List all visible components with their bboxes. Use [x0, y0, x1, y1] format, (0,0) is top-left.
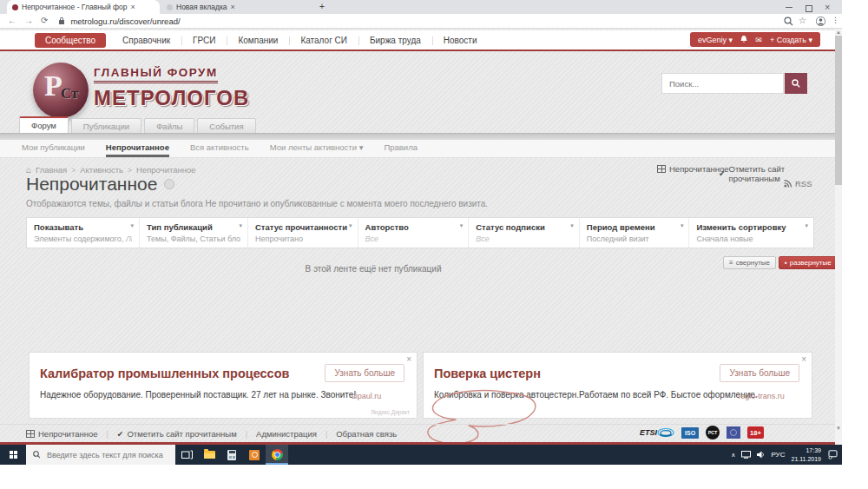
- taskbar-clock[interactable]: 17:39 21.11.2019: [791, 446, 821, 462]
- volume-icon[interactable]: [757, 451, 765, 459]
- nav-news[interactable]: Новости: [432, 36, 489, 45]
- site-logo[interactable]: Р Ст: [33, 63, 89, 118]
- nav-community-button[interactable]: Сообщество: [35, 33, 106, 48]
- language-indicator[interactable]: РУС: [771, 451, 785, 459]
- notifications-bell-icon[interactable]: [740, 36, 747, 43]
- outlook-icon: [249, 450, 260, 460]
- footer-unread-link[interactable]: Непрочитанное: [26, 429, 98, 439]
- nav-catalog[interactable]: Каталог СИ: [289, 36, 358, 45]
- new-tab-button[interactable]: +: [319, 2, 325, 11]
- site-favicon: [12, 4, 18, 10]
- bookmark-star-icon[interactable]: ☆: [799, 16, 806, 25]
- site-search-button[interactable]: [785, 73, 807, 94]
- activity-subnav: Мои публикации Непрочитанное Вся активно…: [0, 140, 835, 158]
- calculator-button[interactable]: [220, 445, 243, 465]
- scrollbar-thumb[interactable]: [835, 36, 842, 185]
- start-button[interactable]: [0, 445, 26, 465]
- filter-read-status[interactable]: Статус прочитанности ▾ Непрочитано: [248, 218, 358, 248]
- tab-close-icon[interactable]: ×: [131, 3, 135, 11]
- tab-forum[interactable]: Форум: [19, 116, 69, 133]
- address-bar[interactable]: metrologu.ru/discover/unread/: [70, 17, 180, 26]
- etsi-logo: ETSI: [640, 427, 674, 438]
- nav-grsi[interactable]: ГРСИ: [181, 36, 227, 45]
- expanded-view-button[interactable]: ▪ развернутые: [779, 256, 835, 269]
- zoom-indicator-icon[interactable]: [784, 17, 793, 26]
- filter-show[interactable]: Показывать ▾ Элементы содержимого, Любые…: [27, 218, 140, 248]
- task-view-button[interactable]: [175, 445, 198, 465]
- messages-envelope-icon[interactable]: ✉: [755, 36, 762, 44]
- subnav-rules[interactable]: Правила: [384, 140, 418, 157]
- subnav-unread[interactable]: Непрочитанное: [106, 140, 169, 157]
- ad-domain-link[interactable]: dipaul.ru: [328, 392, 404, 400]
- minimize-icon: [786, 7, 792, 8]
- chrome-button[interactable]: [266, 445, 288, 465]
- window-close-button[interactable]: ×: [825, 1, 830, 13]
- browser-tab-active[interactable]: Непрочитанное - Главный фор ×: [7, 0, 160, 14]
- ad-provider-label: Яндекс.Директ: [371, 409, 410, 415]
- create-menu[interactable]: + Создать ▾: [770, 36, 812, 44]
- site-search-box: [661, 73, 784, 94]
- ad-banner[interactable]: × Поверка цистерн Колибровка и поверка а…: [423, 352, 812, 419]
- browser-menu-icon[interactable]: ⋮: [832, 16, 839, 24]
- ad-cta-button[interactable]: Узнать больше: [720, 364, 799, 382]
- list-icon: ≡: [729, 259, 733, 267]
- tab-close-icon[interactable]: ×: [231, 3, 235, 11]
- browser-tab-inactive[interactable]: Новая вкладка ×: [161, 0, 312, 14]
- filter-sort-order[interactable]: Изменить сортировку ▾ Сначала новые: [689, 218, 813, 248]
- site-search-input[interactable]: [662, 74, 783, 93]
- footer-separator: |: [326, 430, 327, 439]
- display-icon[interactable]: [741, 451, 751, 459]
- browser-tab-strip: Непрочитанное - Главный фор × Новая вкла…: [0, 0, 842, 14]
- close-icon[interactable]: ×: [801, 354, 806, 364]
- ad-cta-button[interactable]: Узнать больше: [325, 364, 404, 382]
- lock-icon: [58, 17, 65, 25]
- filter-time-period[interactable]: Период времени ▾ Последний визит: [580, 218, 690, 248]
- filter-authorship[interactable]: Авторство ▾ Все: [358, 218, 470, 248]
- chrome-icon: [272, 449, 283, 460]
- browser-tab-title: Новая вкладка: [176, 3, 227, 11]
- forward-icon[interactable]: →: [24, 17, 33, 25]
- ad-domain-link[interactable]: reglo-trans.ru: [723, 392, 799, 400]
- taskbar-search-box[interactable]: [26, 445, 175, 465]
- tab-events[interactable]: События: [197, 118, 255, 133]
- calculator-icon: [227, 450, 236, 460]
- view-mode-buttons: ≡ свернутые ▪ развернутые: [723, 256, 835, 269]
- tray-expand-icon[interactable]: ∧: [731, 452, 735, 459]
- nav-directory[interactable]: Справочник: [111, 36, 181, 45]
- nav-companies[interactable]: Компании: [227, 36, 289, 45]
- ad-banner[interactable]: × Калибратор промышленных процессов Наде…: [29, 352, 418, 419]
- title-badge-icon[interactable]: [164, 179, 174, 189]
- taskbar-search-input[interactable]: [45, 450, 168, 460]
- tab-files[interactable]: Файлы: [144, 118, 194, 133]
- filter-subscription-status[interactable]: Статус подписки ▾ Все: [469, 218, 580, 248]
- footer-administration-link[interactable]: Администрация: [256, 429, 317, 439]
- scroll-down-icon[interactable]: ▼: [836, 426, 841, 431]
- tab-publications[interactable]: Публикации: [71, 118, 141, 133]
- site-logo-text[interactable]: ГЛАВНЫЙ ФОРУМ МЕТРОЛОГОВ: [94, 64, 249, 110]
- footer-mark-read-link[interactable]: ✔ Отметить сайт прочитанным: [117, 429, 237, 439]
- scroll-up-icon[interactable]: ▲: [836, 30, 841, 35]
- close-icon[interactable]: ×: [406, 354, 411, 364]
- file-explorer-button[interactable]: [198, 445, 220, 465]
- nav-jobs[interactable]: Биржа труда: [358, 36, 432, 45]
- collapsed-view-button[interactable]: ≡ свернутые: [723, 256, 776, 269]
- window-minimize-button[interactable]: [786, 1, 792, 13]
- reload-icon[interactable]: ⟳: [41, 17, 48, 25]
- back-icon[interactable]: ←: [8, 17, 16, 25]
- outlook-button[interactable]: [243, 445, 266, 465]
- footer-feedback-link[interactable]: Обратная связь: [336, 429, 397, 439]
- footer-certification-badges: ETSI ISO РСТ 18+: [640, 426, 764, 439]
- page-scrollbar[interactable]: ▲ ▼: [835, 29, 842, 445]
- subnav-my-streams[interactable]: Мои ленты активности ▾: [270, 140, 364, 157]
- ad-title[interactable]: Калибратор промышленных процессов: [40, 367, 289, 380]
- username-menu[interactable]: evGeniy ▾: [698, 36, 733, 44]
- browser-tab-title: Непрочитанное - Главный фор: [22, 3, 128, 11]
- action-mark-site-read[interactable]: ✔ Отметить сайт прочитанным: [719, 164, 835, 183]
- ad-title[interactable]: Поверка цистерн: [434, 367, 541, 380]
- browser-profile-avatar[interactable]: [816, 17, 825, 26]
- filter-publication-type[interactable]: Тип публикаций ▾ Темы, Файлы, Статьи бло…: [140, 218, 248, 248]
- subnav-my-posts[interactable]: Мои публикации: [22, 140, 85, 157]
- notification-center-icon[interactable]: [827, 450, 838, 459]
- subnav-all-activity[interactable]: Вся активность: [190, 140, 249, 157]
- rss-link[interactable]: RSS: [784, 179, 812, 188]
